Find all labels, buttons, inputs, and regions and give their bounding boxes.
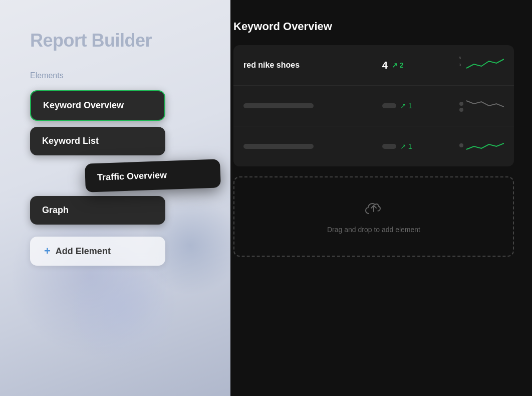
main-container: Report Builder Elements Keyword Overview…: [0, 0, 532, 396]
drop-zone[interactable]: Drag and drop to add element: [233, 176, 514, 257]
table-row: ↗ 1: [233, 86, 514, 126]
element-item-graph[interactable]: Graph: [30, 196, 165, 225]
kw-placeholder-cell: [233, 86, 372, 126]
rank-placeholder-3: ↗ 1: [382, 142, 439, 150]
keyword-placeholder: [243, 103, 314, 108]
mini-chart-cell-2: [449, 86, 514, 126]
rank-value: 4 ↗ 2: [382, 60, 439, 71]
rank-placeholder: ↗ 1: [382, 102, 439, 110]
arrow-up-icon: ↗: [392, 61, 398, 69]
mini-chart-cell-3: [449, 126, 514, 167]
svg-point-4: [459, 143, 463, 147]
panel-content: Report Builder Elements Keyword Overview…: [30, 30, 210, 266]
keyword-overview-title: Keyword Overview: [233, 20, 514, 33]
element-label-keyword-overview: Keyword Overview: [43, 100, 124, 111]
add-element-label: Add Element: [56, 246, 111, 257]
kw-rank-placeholder-cell-3: ↗ 1: [372, 126, 449, 167]
svg-text:3: 3: [459, 63, 461, 67]
table-row: ↗ 1: [233, 126, 514, 167]
element-item-traffic-overview[interactable]: Traffic Overview: [85, 159, 221, 192]
arrow-up-icon-2: ↗: [400, 102, 406, 110]
rank-change-3: ↗ 1: [400, 142, 412, 150]
keyword-placeholder-3: [243, 144, 314, 149]
drop-zone-text: Drag and drop to add element: [327, 225, 420, 235]
plus-icon: +: [44, 246, 51, 257]
element-label-traffic-overview: Traffic Overview: [97, 170, 167, 183]
mini-chart-3: [459, 135, 504, 155]
page-title: Report Builder: [30, 30, 210, 51]
left-panel: Report Builder Elements Keyword Overview…: [0, 0, 230, 396]
elements-label: Elements: [30, 71, 210, 80]
svg-point-2: [459, 102, 463, 106]
rank-dot: [382, 103, 396, 108]
mini-chart-2: [459, 95, 504, 115]
keyword-text: red nike shoes: [243, 61, 300, 69]
add-element-button[interactable]: + Add Element: [30, 237, 165, 266]
rank-change: ↗ 2: [392, 61, 404, 69]
rank-change-2: ↗ 1: [400, 102, 412, 110]
kw-rank-placeholder-cell: ↗ 1: [372, 86, 449, 126]
kw-rank-cell: 4 ↗ 2: [372, 45, 449, 86]
upload-cloud-icon: [364, 199, 384, 219]
element-label-keyword-list: Keyword List: [42, 136, 99, 146]
table-row: red nike shoes 4 ↗ 2 5: [233, 45, 514, 86]
element-item-keyword-overview[interactable]: Keyword Overview: [30, 90, 165, 121]
rank-dot-3: [382, 144, 396, 149]
element-list: Keyword Overview Keyword List Traffic Ov…: [30, 90, 210, 225]
keyword-table: red nike shoes 4 ↗ 2 5: [233, 45, 514, 166]
right-panel: Keyword Overview red nike shoes 4 ↗ 2: [215, 0, 532, 396]
arrow-up-icon-3: ↗: [400, 142, 406, 150]
element-item-keyword-list[interactable]: Keyword List: [30, 127, 165, 155]
mini-chart-cell: 5 3: [449, 45, 514, 86]
kw-placeholder-cell-3: [233, 126, 372, 167]
mini-chart-1: 5 3: [459, 54, 504, 74]
svg-text:5: 5: [459, 56, 461, 60]
kw-name-cell: red nike shoes: [233, 45, 372, 86]
element-label-graph: Graph: [42, 205, 69, 216]
svg-point-3: [459, 108, 463, 112]
